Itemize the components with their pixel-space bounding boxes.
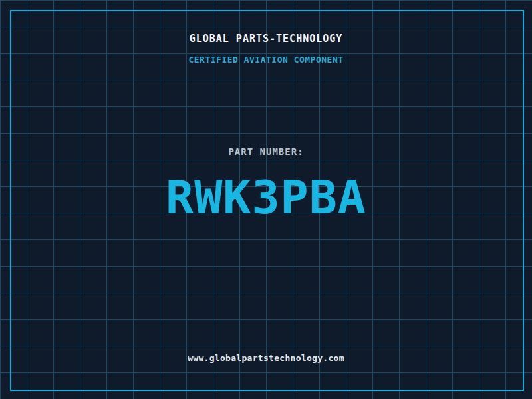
certification-subtitle: CERTIFIED AVIATION COMPONENT (0, 55, 532, 64)
part-number-value: RWK3PBA (0, 174, 532, 221)
website-url: www.globalpartstechnology.com (0, 354, 532, 362)
part-number-label: PART NUMBER: (0, 147, 532, 156)
company-name: GLOBAL PARTS-TECHNOLOGY (0, 34, 532, 44)
